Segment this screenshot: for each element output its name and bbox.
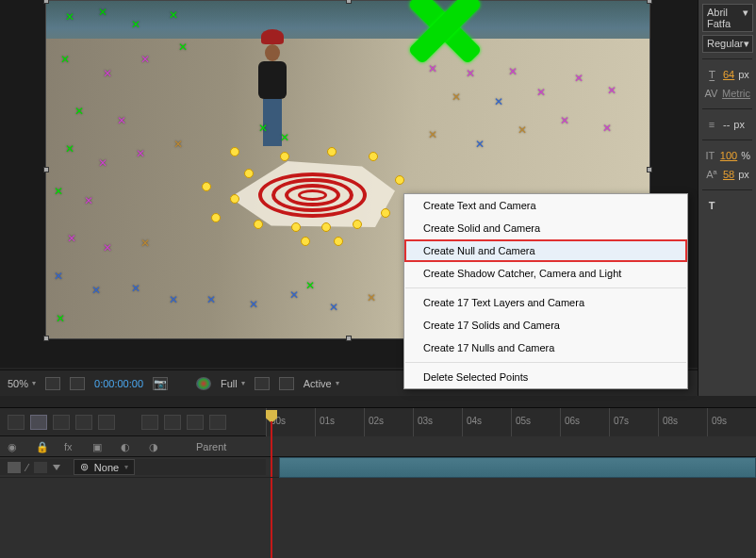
chevron-down-icon[interactable] xyxy=(53,465,60,470)
track-cross[interactable]: ✕ xyxy=(91,284,101,293)
bold-toggle[interactable]: T xyxy=(704,199,719,212)
av-col-icon[interactable]: ◉ xyxy=(8,441,21,452)
track-cross[interactable]: ✕ xyxy=(169,293,178,303)
track-cross[interactable]: ✕ xyxy=(65,142,74,152)
selection-handle[interactable] xyxy=(346,336,352,341)
selection-handle[interactable] xyxy=(647,0,652,4)
track-cross[interactable]: ✕ xyxy=(65,10,74,20)
track-point[interactable] xyxy=(230,194,239,204)
lock-col-icon[interactable]: 🔒 xyxy=(36,441,49,452)
label-col-icon[interactable]: fx xyxy=(64,441,77,452)
track-point[interactable] xyxy=(327,147,337,156)
selection-handle[interactable] xyxy=(346,0,352,4)
ctx-create-17-text[interactable]: Create 17 Text Layers and Camera xyxy=(404,291,687,314)
shy-col-icon[interactable]: ▣ xyxy=(92,441,106,452)
track-cross[interactable]: ✕ xyxy=(258,122,268,131)
roi-icon[interactable] xyxy=(255,377,270,390)
track-point[interactable] xyxy=(301,237,310,246)
parent-dropdown[interactable]: ⊚None xyxy=(74,459,135,475)
track-cross[interactable]: ✕ xyxy=(518,123,527,133)
track-cross[interactable]: ✕ xyxy=(560,114,569,123)
track-cross[interactable]: ✕ xyxy=(574,72,583,81)
track-cross[interactable]: ✕ xyxy=(508,65,518,74)
track-cross[interactable]: ✕ xyxy=(536,86,546,95)
track-point[interactable] xyxy=(395,175,404,185)
selection-handle[interactable] xyxy=(43,336,49,341)
track-cross[interactable]: ✕ xyxy=(305,279,315,288)
grid-icon[interactable] xyxy=(45,377,60,390)
track-cross[interactable]: ✕ xyxy=(602,122,612,131)
timecode-display[interactable]: 0:00:00:00 xyxy=(94,378,143,389)
tl-tool-3[interactable] xyxy=(53,415,70,430)
track-cross[interactable]: ✕ xyxy=(367,291,376,301)
track-point[interactable] xyxy=(211,213,221,222)
track-cross[interactable]: ✕ xyxy=(103,67,112,76)
track-cross[interactable]: ✕ xyxy=(466,67,475,76)
channel-icon[interactable] xyxy=(196,377,211,390)
track-cross[interactable]: ✕ xyxy=(173,138,183,147)
track-cross[interactable]: ✕ xyxy=(140,53,150,62)
tl-tool-9[interactable] xyxy=(209,415,226,430)
time-ruler[interactable]: 00s 01s 02s 03s 04s 05s 06s 07s 08s 09s xyxy=(266,408,756,436)
track-cross[interactable]: ✕ xyxy=(54,185,63,194)
track-point[interactable] xyxy=(369,152,378,161)
tl-tool-8[interactable] xyxy=(187,415,204,430)
font-family-dropdown[interactable]: Abril Fatfa▾ xyxy=(702,4,753,32)
track-cross[interactable]: ✕ xyxy=(475,138,485,147)
track-cross[interactable]: ✕ xyxy=(98,156,107,166)
camera-dropdown[interactable]: Active xyxy=(304,378,339,389)
layer-duration-bar[interactable] xyxy=(279,457,756,478)
track-cross[interactable]: ✕ xyxy=(280,131,289,140)
ctx-create-text-camera[interactable]: Create Text and Camera xyxy=(404,194,687,217)
track-point[interactable] xyxy=(321,222,331,232)
selection-handle[interactable] xyxy=(43,0,49,4)
tl-tool-1[interactable] xyxy=(8,415,25,430)
font-size-value[interactable]: 64 xyxy=(723,69,734,80)
track-cross[interactable]: ✕ xyxy=(206,293,216,303)
track-cross[interactable]: ✕ xyxy=(169,8,178,18)
mb-col-icon[interactable]: ◑ xyxy=(149,441,162,452)
track-cross[interactable]: ✕ xyxy=(131,18,140,27)
ctx-create-solid-camera[interactable]: Create Solid and Camera xyxy=(404,217,687,239)
track-cross[interactable]: ✕ xyxy=(56,312,65,321)
track-cross[interactable]: ✕ xyxy=(84,194,93,204)
tl-tool-7[interactable] xyxy=(164,415,181,430)
ctx-create-shadow-catcher[interactable]: Create Shadow Catcher, Camera and Light xyxy=(404,262,687,285)
selection-handle[interactable] xyxy=(43,167,49,172)
font-style-dropdown[interactable]: Regular▾ xyxy=(702,35,753,53)
resolution-dropdown[interactable]: Full xyxy=(221,378,245,389)
track-point[interactable] xyxy=(353,220,362,229)
track-cross[interactable]: ✕ xyxy=(74,105,84,114)
tl-tool-4[interactable] xyxy=(75,415,92,430)
tl-tool-5[interactable] xyxy=(98,415,115,430)
track-cross[interactable]: ✕ xyxy=(494,95,503,105)
kerning-value[interactable]: Metric xyxy=(722,88,750,99)
track-cross[interactable]: ✕ xyxy=(140,237,150,246)
track-cross[interactable]: ✕ xyxy=(67,232,76,241)
3d-col-icon[interactable]: ◐ xyxy=(121,441,134,452)
track-cross[interactable]: ✕ xyxy=(289,288,299,298)
track-cross[interactable]: ✕ xyxy=(117,114,126,123)
layer-row[interactable]: ∕ ⊚None xyxy=(0,457,756,478)
leading-value[interactable]: -- xyxy=(723,119,730,130)
track-cross[interactable]: ✕ xyxy=(452,90,461,100)
baseline-value[interactable]: 58 xyxy=(723,169,734,180)
playhead[interactable] xyxy=(266,410,277,433)
track-point[interactable] xyxy=(244,169,254,178)
vscale-value[interactable]: 100 xyxy=(720,150,737,161)
track-point[interactable] xyxy=(280,152,289,161)
ctx-delete-points[interactable]: Delete Selected Points xyxy=(404,366,687,388)
track-cross[interactable]: ✕ xyxy=(428,62,437,72)
ctx-create-17-nulls[interactable]: Create 17 Nulls and Camera xyxy=(404,336,687,359)
track-point[interactable] xyxy=(291,222,301,232)
track-cross[interactable]: ✕ xyxy=(329,301,338,310)
ctx-create-17-solids[interactable]: Create 17 Solids and Camera xyxy=(404,314,687,336)
guides-icon[interactable] xyxy=(70,377,85,390)
layer-color-swatch[interactable] xyxy=(8,462,21,473)
track-cross[interactable]: ✕ xyxy=(103,241,112,251)
track-point[interactable] xyxy=(202,182,211,191)
track-cross[interactable]: ✕ xyxy=(60,53,70,62)
track-cross[interactable]: ✕ xyxy=(98,6,107,15)
ctx-create-null-camera[interactable]: Create Null and Camera xyxy=(404,239,687,262)
track-cross[interactable]: ✕ xyxy=(54,270,63,279)
